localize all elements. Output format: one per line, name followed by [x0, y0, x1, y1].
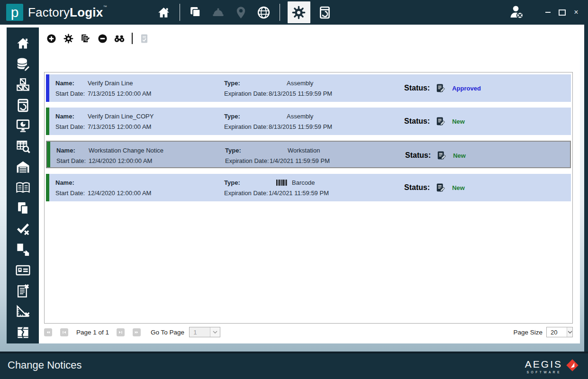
pagination-nav-buttons [44, 328, 76, 336]
sidebar-item-table-search-icon[interactable] [13, 137, 32, 156]
documents-icon[interactable] [188, 4, 204, 20]
sidebar-item-home-icon[interactable] [13, 34, 32, 53]
type-column: Type:Workstation Expiration Date:1/4/202… [225, 145, 405, 166]
notice-type: Assembly [287, 113, 313, 120]
notice-start-date: 7/13/2015 12:00:00 AM [88, 90, 151, 97]
sidebar-item-check-x-icon[interactable] [13, 220, 32, 238]
sidebar-item-transfer-doc-icon[interactable] [13, 240, 32, 259]
notice-start-date: 12/4/2020 12:00:00 AM [89, 157, 152, 164]
sidebar-item-ruler-x-icon[interactable] [13, 302, 32, 321]
app-logo-letter: p [11, 4, 19, 20]
change-notice-row[interactable]: Name:Verify Drain Line_COPY Start Date:7… [46, 108, 571, 135]
top-bar: p FactoryLogix™ × [0, 0, 588, 25]
prev-page-button [60, 328, 68, 336]
type-column: Type:Assembly Expiration Date:8/13/2015 … [224, 111, 404, 132]
notice-type: Workstation [288, 147, 320, 154]
row-body: Name:Workstation Change Notice Start Dat… [50, 142, 570, 167]
notice-start-date: 12/4/2020 12:00:00 AM [88, 190, 151, 197]
change-notice-list: Name:Verify Drain Line Start Date:7/13/2… [44, 72, 573, 324]
globe-icon[interactable] [256, 4, 272, 20]
status-column: Status: New [405, 145, 570, 166]
aegis-logo-text: AEGIS SOFTWARE [525, 359, 562, 374]
maximize-icon [559, 9, 566, 16]
status-label: Status: [405, 151, 431, 160]
name-label: Name: [55, 179, 88, 186]
type-label: Type: [224, 80, 269, 87]
aegis-diamond-icon [564, 357, 580, 375]
name-label: Name: [55, 113, 88, 120]
user-logout-icon[interactable] [508, 4, 525, 21]
change-notice-row[interactable]: Name:Verify Drain Line Start Date:7/13/2… [46, 74, 571, 102]
aegis-logo: AEGIS SOFTWARE [525, 357, 580, 375]
type-label: Type: [225, 147, 270, 154]
notice-status: New [452, 118, 465, 125]
last-page-button [133, 328, 141, 336]
notice-status: Approved [452, 85, 481, 92]
page-size-select[interactable]: 20 [546, 327, 573, 337]
type-column: Type:Barcode Expiration Date:1/4/2021 11… [224, 177, 404, 198]
close-button[interactable]: × [571, 7, 581, 18]
barcode-icon [276, 180, 288, 186]
status-document-icon [435, 117, 445, 126]
pagination-left: Page 1 of 1 Go To Page 1 [44, 327, 220, 337]
binoculars-button[interactable] [114, 33, 125, 44]
maximize-button[interactable] [557, 7, 567, 18]
add-circle-button[interactable] [45, 33, 57, 44]
row-accent-bar [46, 174, 49, 201]
brand-factory: Factory [28, 5, 70, 19]
sidebar-item-damaged-box-icon[interactable] [13, 323, 32, 341]
brand-trademark: ™ [103, 5, 107, 9]
change-notice-row[interactable]: Name:Workstation Change Notice Start Dat… [46, 141, 571, 168]
row-body: Name:Verify Drain Line_COPY Start Date:7… [49, 108, 571, 135]
copy-edit-button[interactable] [80, 33, 91, 44]
toolbar [45, 32, 155, 45]
start-date-label: Start Date: [55, 190, 88, 197]
name-label: Name: [56, 147, 89, 154]
status-column: Status: New [404, 111, 571, 132]
sidebar-item-documents-copy-icon[interactable] [13, 199, 32, 217]
pagination-nav-buttons-right [117, 328, 149, 336]
start-date-label: Start Date: [56, 157, 89, 164]
chevron-down-icon [567, 327, 572, 337]
footer-title: Change Notices [8, 359, 82, 371]
remove-circle-button[interactable] [97, 33, 108, 44]
goto-page-value: 1 [190, 329, 210, 336]
sidebar-item-list-x-icon[interactable] [13, 281, 32, 300]
goto-page-label: Go To Page [151, 329, 184, 336]
notice-expiration-date: 8/13/2015 11:59:59 PM [269, 123, 332, 130]
sidebar-item-open-book-icon[interactable] [13, 179, 32, 197]
change-notice-row[interactable]: Name: Start Date:12/4/2020 12:00:00 AM T… [46, 174, 571, 201]
goto-page-select[interactable]: 1 [189, 327, 220, 337]
topbar-separator [180, 4, 180, 21]
expiration-date-label: Expiration Date: [224, 90, 269, 97]
footer-bar: Change Notices AEGIS SOFTWARE [0, 352, 588, 379]
sidebar-item-dashboard-monitor-icon[interactable] [13, 117, 32, 135]
sidebar-item-warehouse-icon[interactable] [13, 158, 32, 176]
name-column: Name:Verify Drain Line_COPY Start Date:7… [55, 111, 224, 132]
notice-type: Assembly [287, 80, 313, 87]
expiration-date-label: Expiration Date: [224, 190, 269, 197]
notice-type: Barcode [292, 179, 315, 186]
aegis-brand-subtitle: SOFTWARE [526, 370, 561, 374]
gear-icon[interactable] [288, 1, 310, 23]
sidebar-item-database-edit-icon[interactable] [13, 55, 32, 73]
notice-start-date: 7/13/2015 12:00:00 AM [88, 123, 151, 130]
home-icon[interactable] [156, 4, 172, 20]
name-column: Name:Workstation Change Notice Start Dat… [56, 145, 225, 166]
hardhat-icon [210, 4, 226, 20]
backup-book-icon[interactable] [317, 4, 333, 20]
page-size-label: Page Size [513, 329, 543, 336]
sidebar-item-revision-book-icon[interactable] [13, 96, 32, 115]
notice-expiration-date: 8/13/2015 11:59:59 PM [269, 90, 332, 97]
row-body: Name: Start Date:12/4/2020 12:00:00 AM T… [49, 174, 571, 201]
minimize-button[interactable] [543, 7, 553, 18]
sidebar-item-id-card-icon[interactable] [13, 261, 32, 280]
status-label: Status: [404, 84, 430, 92]
gear-button[interactable] [63, 33, 74, 44]
topbar-icon-group [153, 1, 336, 23]
sidebar-item-materials-boxes-icon[interactable] [13, 75, 32, 94]
notice-name: Verify Drain Line [88, 80, 133, 87]
status-label: Status: [404, 117, 430, 126]
brand-logix: Logix [70, 5, 103, 19]
topbar-right-group: × [508, 0, 581, 25]
